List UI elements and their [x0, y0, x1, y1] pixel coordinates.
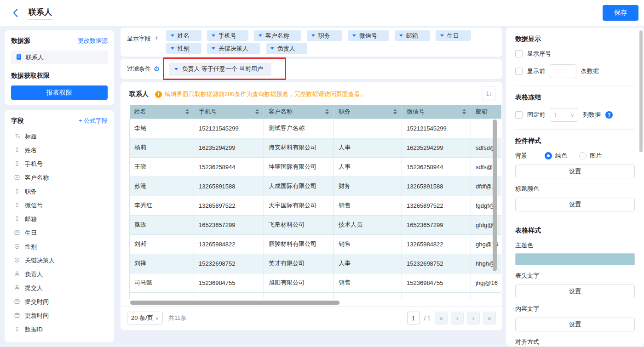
- table-row[interactable]: 刘禅15232698752英才有限公司人事15232698752hhgh@: [130, 254, 502, 273]
- first-page-button[interactable]: «: [435, 312, 448, 324]
- sort-order-button[interactable]: 1↓: [482, 86, 496, 100]
- table-cell: [334, 119, 402, 138]
- last-page-button[interactable]: »: [483, 312, 496, 324]
- sort-arrows-icon[interactable]: [393, 109, 397, 114]
- report-permission-button[interactable]: 报表权限: [11, 85, 108, 100]
- display-field-chip[interactable]: 客户名称: [254, 30, 301, 41]
- field-item[interactable]: 提交人: [11, 281, 108, 295]
- field-item[interactable]: 提交时间: [11, 295, 108, 309]
- column-header-label: 客户名称: [269, 108, 293, 116]
- settings-scrollbar[interactable]: [639, 30, 643, 152]
- title-color-label: 标题颜色: [515, 185, 635, 193]
- display-field-chip[interactable]: 关键决策人: [207, 43, 260, 54]
- table-cell: 刘邦: [130, 234, 194, 254]
- theme-color-swatch[interactable]: [515, 253, 635, 265]
- table-horizontal-scrollbar[interactable]: [130, 301, 339, 305]
- row-limit-input[interactable]: [550, 64, 576, 78]
- field-item[interactable]: 数据ID: [11, 323, 108, 336]
- display-field-chip[interactable]: 手机号: [207, 30, 248, 41]
- table-row[interactable]: 司马懿15236984755旭阳有限公司销售15236984755jhgj@16: [130, 273, 502, 292]
- field-item[interactable]: 微信号: [11, 199, 108, 212]
- solid-color-radio[interactable]: 纯色: [545, 152, 567, 160]
- title-color-set-button[interactable]: 设置: [515, 198, 635, 211]
- table-cell: 13265984822: [194, 234, 264, 254]
- field-item[interactable]: 负责人: [11, 267, 108, 281]
- table-row[interactable]: 杨莉16235294299海安材料有限公司人事16235294299sdfsd@: [130, 138, 502, 157]
- table-cell: 海安材料有限公司: [264, 138, 334, 157]
- save-button[interactable]: 保存: [603, 5, 638, 21]
- table-vertical-scrollbar[interactable]: [493, 119, 497, 271]
- table-row[interactable]: 苏漫13265891588大成国际有限公司财务13265891588dfdf@1: [130, 176, 502, 196]
- prev-page-button[interactable]: ‹: [451, 312, 464, 324]
- table-cell: 英才有限公司: [264, 254, 334, 273]
- field-item[interactable]: 生日: [11, 226, 108, 240]
- content-text-set-button[interactable]: 设置: [515, 318, 635, 331]
- column-header[interactable]: 微信号: [402, 105, 471, 119]
- display-field-chip[interactable]: 姓名: [166, 30, 201, 41]
- field-item-label: 数据ID: [25, 325, 43, 334]
- filter-condition-chip[interactable]: 负责人 等于任意一个 当前用户: [169, 63, 271, 76]
- sort-arrows-icon[interactable]: [255, 109, 259, 114]
- field-item[interactable]: 职务: [11, 185, 108, 199]
- display-field-chip[interactable]: 邮箱: [395, 30, 430, 41]
- table-cell: 人事: [334, 254, 402, 273]
- table-row[interactable]: 刘邦13265984822腾骏材料有限公司销售13265984822ghg@16: [130, 234, 502, 254]
- display-field-chip[interactable]: 负责人: [266, 43, 307, 54]
- display-field-chip[interactable]: 性别: [166, 43, 201, 54]
- image-radio[interactable]: 图片: [579, 152, 602, 160]
- page-size-select[interactable]: 20 条/页 ∨: [127, 312, 163, 324]
- change-datasource-link[interactable]: 更改数据源: [78, 37, 108, 45]
- add-display-field-icon[interactable]: +: [155, 34, 159, 54]
- sort-arrows-icon[interactable]: [185, 109, 189, 114]
- table-row[interactable]: 王晓15236258944坤曜国际有限公司人事15236258944sdfs@1: [130, 157, 502, 176]
- table-row-partial: [130, 292, 502, 299]
- show-index-checkbox[interactable]: [515, 50, 523, 57]
- background-set-button[interactable]: 设置: [515, 165, 635, 178]
- table-cell: 15236258944: [194, 157, 264, 176]
- table-cell: [471, 292, 502, 299]
- radio-selected-icon: [545, 152, 552, 159]
- field-item[interactable]: 关键决策人: [11, 254, 108, 267]
- column-header[interactable]: 姓名: [130, 105, 194, 119]
- sort-arrows-icon[interactable]: [325, 109, 329, 114]
- page-title[interactable]: 联系人: [29, 7, 52, 20]
- sort-arrows-icon[interactable]: [462, 109, 466, 114]
- field-item[interactable]: 性别: [11, 240, 108, 254]
- table-row[interactable]: 嬴政16523657299飞星材料公司技术人员16523657299gfdg@1: [130, 215, 502, 234]
- user-icon: [14, 271, 20, 279]
- freeze-count-select[interactable]: 1 ∨: [550, 108, 578, 122]
- field-item[interactable]: 姓名: [11, 143, 108, 157]
- display-field-chips: 姓名手机号客户名称职务微信号邮箱生日性别关键决策人负责人: [166, 30, 471, 54]
- column-header[interactable]: 职务: [334, 105, 402, 119]
- field-item[interactable]: 手机号: [11, 157, 108, 171]
- show-first-checkbox[interactable]: [515, 68, 523, 75]
- display-field-chip[interactable]: 职务: [307, 30, 342, 41]
- chevron-down-icon: [399, 34, 403, 37]
- freeze-columns-checkbox[interactable]: [515, 111, 523, 119]
- field-item[interactable]: 邮箱: [11, 212, 108, 226]
- current-page-input[interactable]: 1: [407, 312, 420, 324]
- add-formula-field-link[interactable]: + 公式字段: [79, 117, 108, 125]
- column-header[interactable]: 手机号: [194, 105, 264, 119]
- chip-label: 手机号: [218, 32, 236, 40]
- help-icon[interactable]: ?: [605, 111, 613, 119]
- datasource-item[interactable]: 联系人: [11, 51, 108, 64]
- filter-condition-text: 负责人 等于任意一个 当前用户: [182, 65, 263, 73]
- table-cell: 天宇国际有限公司: [264, 196, 334, 215]
- back-icon[interactable]: [11, 8, 21, 18]
- column-header[interactable]: 客户名称: [264, 105, 334, 119]
- divider: [515, 129, 635, 130]
- next-page-button[interactable]: ›: [467, 312, 480, 324]
- text-icon: [14, 188, 20, 196]
- field-item[interactable]: 客户名称: [11, 171, 108, 185]
- table-cell: 16523657299: [402, 215, 471, 234]
- filter-settings-icon[interactable]: ⚙: [154, 65, 160, 73]
- header-text-set-button[interactable]: 设置: [515, 284, 635, 298]
- display-field-chip[interactable]: 生日: [436, 30, 471, 41]
- column-header[interactable]: 邮箱: [471, 105, 502, 119]
- display-field-chip[interactable]: 微信号: [348, 30, 389, 41]
- table-row[interactable]: 李铭152121545299测试客户名称152121545299: [130, 119, 502, 138]
- field-item[interactable]: 更新时间: [11, 309, 108, 323]
- table-row[interactable]: 李秀红13265897522天宇国际有限公司销售13265897522fgdgf…: [130, 196, 502, 215]
- field-item[interactable]: 标题: [11, 130, 108, 143]
